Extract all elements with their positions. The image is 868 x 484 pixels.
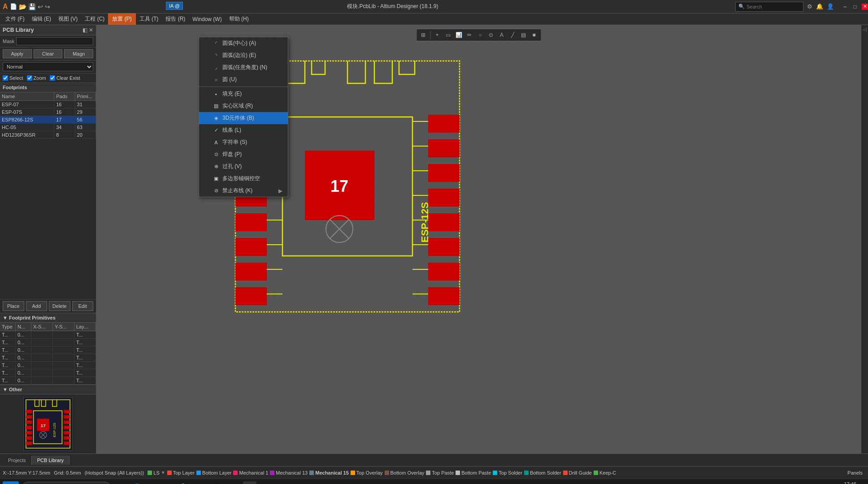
add-tool[interactable]: +	[432, 30, 442, 40]
tab-pcblibrary[interactable]: PCB Library	[32, 456, 69, 465]
dd-3d-body[interactable]: ◈ 3D元件体 (B)	[199, 112, 288, 124]
layer-mech13[interactable]: Mechanical 13	[270, 470, 308, 475]
layer-ls[interactable]: LS▼	[148, 470, 165, 475]
panel-close-icon[interactable]: ✕	[89, 27, 93, 33]
app5-button[interactable]: 🎵	[227, 481, 240, 484]
dd-keepout[interactable]: ⊘ 禁止布线 (K) ▶	[199, 185, 288, 197]
minimize-button[interactable]: ─	[842, 4, 848, 10]
canvas-area[interactable]: ⊞ + ▭ 📊 ✏ ○ ⊙ A ╱ ▤ ■	[96, 25, 861, 454]
footprint-row-hd1236[interactable]: HD1236P36SR 8 20	[0, 131, 96, 139]
menu-edit[interactable]: 编辑 (E)	[28, 14, 55, 24]
panel-float-icon[interactable]: ◧	[82, 27, 87, 33]
dd-arc-any[interactable]: ◞ 圆弧(任意角度) (N)	[199, 61, 288, 73]
mask-tool[interactable]: ▤	[518, 30, 528, 40]
altium-taskbar[interactable]: A	[243, 481, 256, 484]
line-tool[interactable]: ╱	[508, 30, 517, 40]
taskbar-search[interactable]: 🔍 在这里输入你要搜索的内容	[22, 482, 111, 484]
undo-icon[interactable]: ↩	[38, 3, 43, 10]
dd-arc-center[interactable]: ◜ 圆弧(中心) (A)	[199, 37, 288, 49]
prim-row-3[interactable]: T...0...T...	[0, 354, 96, 362]
add-button[interactable]: Add	[26, 301, 48, 311]
primitives-header[interactable]: ▼ Footprint Primitives	[0, 313, 96, 323]
panels-button[interactable]: Panels	[845, 470, 865, 475]
layer-topoverlay[interactable]: Top Overlay	[351, 470, 383, 475]
layer-keepout[interactable]: Keep-C	[594, 470, 616, 475]
footprints-table[interactable]: Name Pads Primi... ESP-07 16 31 ESP-07S …	[0, 92, 96, 299]
circle-tool[interactable]: ○	[475, 30, 485, 40]
layer-botpaste[interactable]: Bottom Paste	[456, 470, 491, 475]
primitives-table[interactable]: Type N... X-S... Y-S... Lay... T...0...T…	[0, 323, 96, 385]
text-tool[interactable]: A	[497, 30, 507, 40]
select-checkbox-label[interactable]: Select	[3, 75, 23, 81]
dd-arc-edge[interactable]: ◝ 圆弧(边沿) (E)	[199, 49, 288, 61]
tab-projects[interactable]: Projects	[3, 456, 32, 465]
prim-row-1[interactable]: T...0...T...	[0, 339, 96, 346]
explorer-button[interactable]: 📁	[146, 481, 160, 484]
menu-tools[interactable]: 工具 (T)	[136, 14, 162, 24]
place-button[interactable]: Place	[3, 301, 24, 311]
menu-place[interactable]: 放置 (P)	[108, 13, 135, 25]
dd-via[interactable]: ⊕ 过孔 (V)	[199, 160, 288, 173]
search-box[interactable]: 🔍	[735, 2, 803, 12]
layer-botoverlay[interactable]: Bottom Overlay	[385, 470, 425, 475]
app1-button[interactable]: ⚙	[162, 481, 176, 484]
save-icon[interactable]: 💾	[28, 3, 36, 10]
mask-input[interactable]	[16, 37, 93, 45]
clear-exist-checkbox-label[interactable]: Clear Exist	[50, 75, 80, 81]
square-tool[interactable]: ■	[529, 30, 539, 40]
layer-top[interactable]: Top Layer	[167, 470, 195, 475]
menu-project[interactable]: 工程 (C)	[81, 14, 108, 24]
dd-poly-pour[interactable]: ▣ 多边形铺铜控空	[199, 173, 288, 185]
app3-button[interactable]: 📧	[195, 481, 208, 484]
bar-tool[interactable]: 📊	[454, 30, 464, 40]
dd-line[interactable]: ✓ 线条 (L)	[199, 124, 288, 136]
prim-row-2[interactable]: T...0...T...	[0, 346, 96, 354]
footprint-row-esp8266[interactable]: ESP8266-12S 17 56	[0, 116, 96, 124]
footprint-row-esp07s[interactable]: ESP-07S 16 29	[0, 108, 96, 116]
dd-pad[interactable]: ⊙ 焊盘 (P)	[199, 148, 288, 160]
open-icon[interactable]: 📂	[19, 3, 26, 10]
clear-exist-checkbox[interactable]	[50, 75, 55, 81]
menu-view[interactable]: 视图 (V)	[55, 14, 81, 24]
new-icon[interactable]: 📄	[10, 3, 17, 10]
prim-row-5[interactable]: T...0...T...	[0, 369, 96, 377]
dd-string[interactable]: A 字符串 (S)	[199, 136, 288, 148]
prim-row-0[interactable]: T...0...T...	[0, 331, 96, 339]
filter-tool[interactable]: ⊞	[418, 30, 428, 40]
zoom-checkbox[interactable]	[27, 75, 32, 81]
layer-topsolder[interactable]: Top Solder	[493, 470, 522, 475]
footprint-row-esp07[interactable]: ESP-07 16 31	[0, 101, 96, 108]
pin-tool[interactable]: ⊙	[486, 30, 496, 40]
time-display[interactable]: 17:46 2022/1/4	[837, 481, 856, 484]
rect-tool[interactable]: ▭	[443, 30, 453, 40]
menu-window[interactable]: Window (W)	[189, 15, 225, 24]
settings-icon[interactable]: ⚙	[807, 3, 812, 10]
user-icon[interactable]: 👤	[827, 3, 834, 10]
select-checkbox[interactable]	[3, 75, 8, 81]
maximize-button[interactable]: □	[852, 4, 858, 10]
clear-button[interactable]: Clear	[34, 49, 63, 58]
layer-botsolder[interactable]: Bottom Solder	[524, 470, 561, 475]
normal-select[interactable]: Normal Masked Dimmed	[3, 62, 93, 71]
magnify-button[interactable]: Magn	[64, 49, 93, 58]
layer-mech1[interactable]: Mechanical 1	[233, 470, 268, 475]
app4-button[interactable]: 💬	[211, 481, 224, 484]
delete-button[interactable]: Delete	[49, 301, 70, 311]
app2-button[interactable]: 🔧	[178, 481, 192, 484]
right-panel-arrow[interactable]: ◁	[863, 27, 867, 32]
dd-circle[interactable]: ○ 圆 (U)	[199, 73, 288, 86]
edit-button[interactable]: Edit	[72, 301, 94, 311]
apply-button[interactable]: Apply	[3, 49, 32, 58]
menu-help[interactable]: 帮助 (H)	[226, 14, 252, 24]
redo-icon[interactable]: ↪	[45, 3, 50, 10]
bell-icon[interactable]: 🔔	[816, 3, 823, 10]
search-input[interactable]	[746, 4, 800, 9]
task-view-button[interactable]: ⊞	[114, 481, 127, 484]
pencil-tool[interactable]: ✏	[464, 30, 474, 40]
layer-mech15[interactable]: Mechanical 15	[309, 470, 349, 475]
layer-drillguide[interactable]: Drill Guide	[563, 470, 592, 475]
dd-fill[interactable]: ▪ 填充 (E)	[199, 88, 288, 100]
footprint-row-hc05[interactable]: HC-05 34 63	[0, 124, 96, 131]
start-button[interactable]	[3, 481, 19, 484]
prim-row-6[interactable]: T...0...T...	[0, 377, 96, 385]
